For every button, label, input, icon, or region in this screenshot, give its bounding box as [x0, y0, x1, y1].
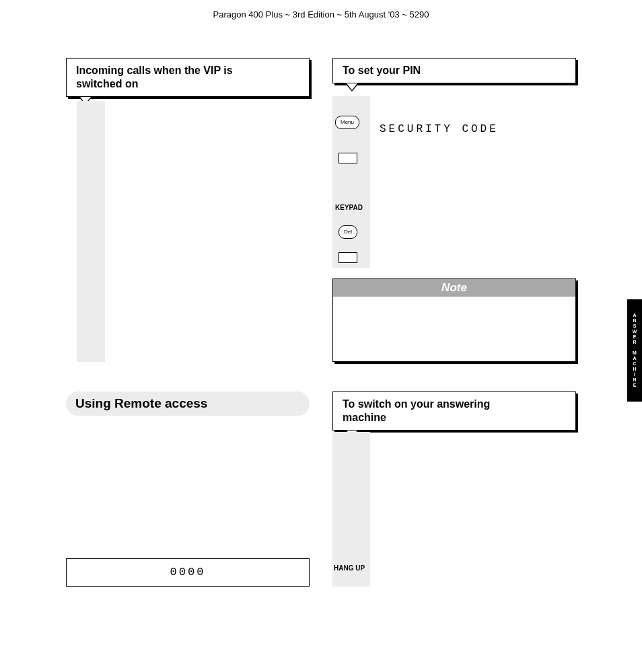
hang-up-label: HANG UP — [334, 564, 365, 572]
side-tab-label: ANSWER MACHINE — [633, 313, 637, 388]
note-heading: Note — [333, 279, 575, 297]
switch-on-heading: To switch on your answering machine — [332, 391, 576, 431]
security-code-display: SECURITY CODE — [380, 123, 499, 135]
side-tab: ANSWER MACHINE — [627, 299, 642, 402]
blank-button-1 — [338, 153, 357, 163]
incoming-calls-heading: Incoming calls when the VIP is switched … — [66, 58, 310, 97]
right-step-column-2 — [332, 432, 370, 587]
left-step-column — [77, 101, 105, 362]
pin-display: 0000 — [66, 558, 310, 587]
using-remote-access-heading: Using Remote access — [66, 391, 310, 416]
keypad-label: KEYPAD — [335, 204, 363, 211]
switch-on-line1: To switch on your answering — [343, 398, 490, 410]
set-pin-heading: To set your PIN — [332, 58, 576, 83]
page-header: Paragon 400 Plus ~ 3rd Edition ~ 5th Aug… — [0, 9, 642, 20]
note-box: Note — [332, 278, 576, 362]
incoming-calls-line1: Incoming calls when the VIP is — [76, 65, 233, 76]
menu-button[interactable]: Menu — [335, 116, 359, 129]
blank-button-2 — [338, 252, 357, 263]
del-button[interactable]: Del — [338, 225, 357, 239]
incoming-calls-line2: switched on — [76, 78, 138, 89]
heading-notch-icon — [345, 83, 359, 91]
switch-on-line2: machine — [343, 412, 386, 423]
set-pin-title: To set your PIN — [343, 65, 421, 76]
